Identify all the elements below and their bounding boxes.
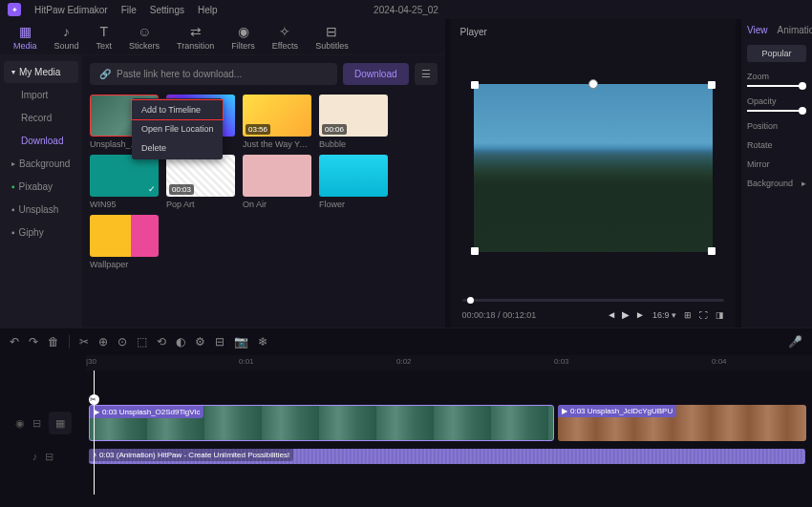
sidebar-import[interactable]: Import <box>4 84 78 106</box>
download-input[interactable]: 🔗Paste link here to download... <box>90 63 337 85</box>
menu-settings[interactable]: Settings <box>150 5 184 15</box>
sidebar-background[interactable]: ▸Background <box>4 153 78 175</box>
position-label: Position <box>747 121 806 131</box>
freeze-button[interactable]: ❄ <box>258 335 267 349</box>
sidebar-record[interactable]: Record <box>4 107 78 129</box>
thumb-on-air[interactable] <box>243 155 311 197</box>
screenshot-button[interactable]: 📷 <box>234 335 248 349</box>
video-clip-2[interactable]: ▶ 0:03 Unsplash_JclDcYgUBPU <box>558 405 806 441</box>
thumb-label: Wallpaper <box>90 260 159 269</box>
tab-view[interactable]: View <box>747 25 768 35</box>
track-thumb-icon[interactable]: ▦ <box>49 412 72 434</box>
tab-animation[interactable]: Animation <box>778 25 813 35</box>
play-button[interactable]: ▶ <box>622 309 630 320</box>
resize-handle-tl[interactable] <box>471 81 479 89</box>
sidebar-pixabay[interactable]: ▪Pixabay <box>4 176 78 198</box>
sidebar-giphy[interactable]: ▪Giphy <box>4 222 78 243</box>
sidebar-unsplash[interactable]: ▪Unsplash <box>4 199 78 221</box>
filters-icon: ◉ <box>236 24 251 39</box>
giphy-icon: ▪ <box>11 227 15 238</box>
subtitles-icon: ⊟ <box>324 24 339 39</box>
unsplash-icon: ▪ <box>11 204 15 215</box>
sidebar-download[interactable]: Download <box>4 130 78 152</box>
tab-transition[interactable]: ⇄Transition <box>171 22 220 53</box>
ctx-add-timeline[interactable]: Add to Timeline <box>132 100 223 119</box>
aspect-select[interactable]: 16:9 ▾ <box>652 310 676 320</box>
mic-button[interactable]: 🎤 <box>788 335 802 349</box>
prev-frame-button[interactable]: ◄ <box>607 309 616 320</box>
thumb-just-the-way[interactable]: 03:56 <box>243 95 311 137</box>
resize-handle-br[interactable] <box>708 247 716 255</box>
media-icon: ▦ <box>17 24 32 39</box>
thumb-win95[interactable] <box>90 155 159 197</box>
next-frame-button[interactable]: ► <box>635 309 645 320</box>
crop-icon[interactable]: ⊞ <box>684 310 692 320</box>
rotate-button[interactable]: ⟲ <box>157 335 166 349</box>
thumb-pop-art[interactable]: 00:03 <box>166 155 235 197</box>
undo-button[interactable]: ↶ <box>10 335 19 349</box>
app-logo: ✦ <box>8 3 21 16</box>
scrubber[interactable] <box>462 299 724 302</box>
stickers-icon: ☺ <box>137 24 152 39</box>
split-button[interactable]: ⊟ <box>215 335 224 349</box>
menu-help[interactable]: Help <box>198 5 218 15</box>
player-viewport[interactable] <box>451 45 736 291</box>
tab-filters[interactable]: ◉Filters <box>225 22 261 53</box>
thumb-label: Flower <box>319 200 388 209</box>
thumb-flower[interactable] <box>319 155 388 197</box>
delete-button[interactable]: 🗑 <box>48 335 59 349</box>
menu-file[interactable]: File <box>121 5 137 15</box>
thumb-label: WIN95 <box>90 200 159 209</box>
timeline-ruler[interactable]: |30 0:01 0:02 0:03 0:04 <box>86 355 812 370</box>
project-title: 2024-04-25_02 <box>374 5 438 15</box>
resize-handle-bl[interactable] <box>471 247 479 255</box>
thumb-label: Bubble <box>319 139 388 149</box>
snapshot-icon[interactable]: ◨ <box>716 310 724 320</box>
download-button[interactable]: Download <box>343 63 408 85</box>
download-menu-button[interactable]: ☰ <box>415 63 438 85</box>
mask-button[interactable]: ◐ <box>176 335 185 349</box>
zoom-slider[interactable] <box>747 85 806 87</box>
redo-button[interactable]: ↷ <box>29 335 38 349</box>
tab-stickers[interactable]: ☺Stickers <box>123 22 165 53</box>
rotate-handle[interactable] <box>588 79 598 89</box>
ctx-open-location[interactable]: Open File Location <box>132 119 223 138</box>
clip-label: ▶ 0:03 Unsplash_JclDcYgUBPU <box>558 405 676 417</box>
resize-handle-tr[interactable] <box>708 81 716 89</box>
video-clip-1[interactable]: ▶ 0:03 Unsplash_O2Sd9TigVlc <box>89 405 554 441</box>
app-name: HitPaw Edimakor <box>34 5 108 15</box>
tab-text[interactable]: TText <box>91 22 118 53</box>
mirror-label: Mirror <box>747 159 806 169</box>
time-display: 00:00:18 / 00:12:01 <box>462 310 600 320</box>
context-menu: Add to Timeline Open File Location Delet… <box>132 98 223 159</box>
clip-label: ▶ 0:03 Unsplash_O2Sd9TigVlc <box>90 406 203 418</box>
tab-effects[interactable]: ✧Effects <box>267 22 304 53</box>
opacity-slider[interactable] <box>747 110 806 112</box>
fullscreen-icon[interactable]: ⛶ <box>699 310 708 320</box>
cut-button[interactable]: ✂ <box>79 335 89 349</box>
audio-lock-icon[interactable]: ⊟ <box>45 451 53 463</box>
thumb-bubble[interactable]: 00:06 <box>319 95 388 137</box>
tab-sound[interactable]: ♪Sound <box>49 22 85 53</box>
clip-label: ♪ 0:03 (Animation) HitPaw - Create Unlim… <box>89 449 293 461</box>
audio-clip[interactable]: ♪ 0:03 (Animation) HitPaw - Create Unlim… <box>89 449 805 464</box>
thumb-label: Pop Art <box>166 200 235 209</box>
text-icon: T <box>96 24 112 39</box>
track-lock-icon[interactable]: ⊟ <box>32 417 41 430</box>
background-label[interactable]: Background▸ <box>747 179 806 188</box>
link-icon: 🔗 <box>99 69 111 79</box>
speed-button[interactable]: ⊙ <box>118 335 127 349</box>
target-button[interactable]: ⊕ <box>98 335 108 349</box>
thumb-wallpaper[interactable] <box>90 215 159 257</box>
popular-button[interactable]: Popular <box>747 45 806 62</box>
preview-canvas[interactable] <box>474 84 713 252</box>
tab-subtitles[interactable]: ⊟Subtitles <box>310 22 354 53</box>
crop-button[interactable]: ⬚ <box>137 335 147 349</box>
sidebar-my-media[interactable]: ▾My Media <box>4 61 78 83</box>
audio-visibility-icon[interactable]: ♪ <box>32 451 38 462</box>
tab-media[interactable]: ▦Media <box>8 22 43 53</box>
ctx-delete[interactable]: Delete <box>132 138 223 158</box>
track-visibility-icon[interactable]: ◉ <box>15 417 25 430</box>
effects-icon: ✧ <box>277 24 292 39</box>
adjust-button[interactable]: ⚙ <box>195 335 205 349</box>
